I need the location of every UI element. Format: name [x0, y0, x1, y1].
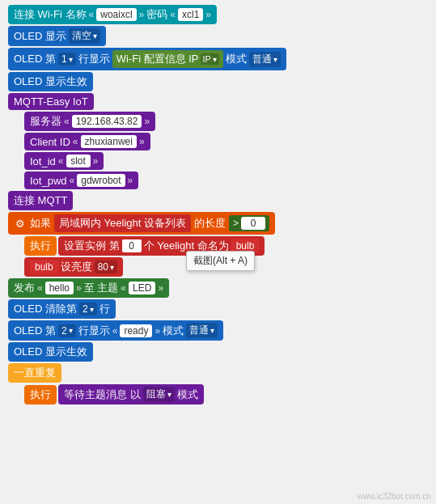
mqtt-iotpwd-block[interactable]: Iot_pwd « gdwrobot » — [24, 172, 138, 189]
compare-block[interactable]: > 0 — [229, 215, 269, 231]
tooltip: 截图(Alt + A) — [186, 251, 255, 271]
compare-input[interactable]: 0 — [241, 217, 265, 230]
exec2-label: 执行 — [30, 388, 51, 402]
exec2-label-block: 执行 — [24, 385, 57, 404]
mqtt-iotid-label: Iot_id — [30, 155, 56, 167]
mqtt-iotpwd-input[interactable]: gdwrobot — [77, 174, 125, 187]
watermark: www.ic32bot.com.cn — [358, 492, 431, 501]
mqtt-server-label: 服务器 — [30, 114, 61, 129]
if-label: 如果 — [30, 216, 51, 231]
bulb-name-text: bulb — [236, 240, 255, 252]
brightness-dropdown[interactable]: 80 — [95, 260, 117, 273]
oled-clear2-unit: 行 — [99, 302, 110, 316]
mqtt-connect-block[interactable]: 连接 MQTT — [8, 191, 73, 210]
oled-clear-block[interactable]: OLED 显示 清空 — [8, 26, 106, 46]
oled-row2-mode-dropdown[interactable]: 普通 — [186, 323, 218, 338]
oled-row2-mode-label: 模式 — [163, 324, 184, 338]
wifi-block[interactable]: 连接 Wi-Fi 名称 « woaixcl » 密码 « xcl1 » — [8, 5, 217, 24]
bulb-ref-text: bulb — [35, 261, 53, 273]
wifi-pwd-label: 密码 — [146, 7, 167, 22]
mqtt-iotpwd-row: Iot_pwd « gdwrobot » — [24, 172, 431, 189]
if-block[interactable]: ⚙ 如果 局域网内 Yeelight 设备列表 的长度 > 0 — [8, 212, 275, 235]
mqtt-connect-label: 连接 MQTT — [14, 193, 67, 208]
oled-effect-block[interactable]: OLED 显示生效 — [8, 72, 93, 91]
oled-effect2-label: OLED 显示生效 — [14, 345, 87, 359]
yeelight-list-text: 局域网内 Yeelight 设备列表 — [59, 216, 186, 231]
mqtt-server-block[interactable]: 服务器 « 192.168.43.82 » — [24, 112, 155, 131]
mqtt-clientid-input[interactable]: zhuxianwei — [81, 135, 137, 148]
oled-clear-dropdown[interactable]: 清空 — [69, 28, 100, 44]
mqtt-iotid-block[interactable]: Iot_id « slot » — [24, 152, 104, 170]
mqtt-clientid-label: Client ID — [30, 136, 70, 148]
wait-mode-dropdown[interactable]: 阻塞 — [143, 387, 175, 402]
mqtt-clientid-row: Client ID « zhuxianwei » — [24, 133, 431, 150]
wifi-pwd-input[interactable]: xcl1 — [178, 8, 203, 21]
tooltip-text: 截图(Alt + A) — [193, 255, 248, 266]
exec2-row: 执行 等待主题消息 以 阻塞 模式 — [24, 384, 431, 404]
mqtt-header-row: MQTT-Easy IoT — [8, 93, 431, 110]
gt-symbol: > — [233, 218, 239, 229]
publish-msg-input[interactable]: hello — [45, 282, 74, 294]
oled-effect-label: OLED 显示生效 — [14, 74, 87, 89]
loop-label: 一直重复 — [14, 366, 56, 380]
exec-label: 执行 — [30, 239, 51, 253]
wait-block[interactable]: 等待主题消息 以 阻塞 模式 — [58, 384, 204, 404]
publish-block[interactable]: 发布 « hello » 至 主题 « LED » — [8, 278, 169, 298]
mqtt-iotid-input[interactable]: slot — [66, 155, 91, 167]
oled-clear2-label: OLED 清除第 — [14, 302, 77, 316]
oled-clear2-num-dropdown[interactable]: 2 — [79, 303, 97, 316]
brightness-block[interactable]: bulb 设亮度 80 — [24, 257, 123, 277]
oled-row2-row: OLED 第 2 行显示 « ready » 模式 普通 — [8, 320, 431, 341]
brightness-label: 设亮度 — [61, 260, 92, 274]
oled-row1-num-dropdown[interactable]: 1 — [58, 53, 76, 66]
exec-label-block: 执行 — [24, 236, 57, 256]
wait-label: 等待主题消息 以 — [64, 388, 141, 402]
mqtt-server-input[interactable]: 192.168.43.82 — [72, 115, 142, 128]
oled-row1-mode-dropdown[interactable]: 普通 — [249, 52, 281, 67]
wifi-block-row: 连接 Wi-Fi 名称 « woaixcl » 密码 « xcl1 » — [8, 5, 431, 24]
wait-mode-label: 模式 — [177, 388, 198, 402]
setup-num-input[interactable]: 0 — [122, 239, 142, 252]
oled-clear-label: OLED 显示 — [14, 29, 66, 44]
publish-topic-input[interactable]: LED — [129, 282, 155, 294]
mqtt-header-block[interactable]: MQTT-Easy IoT — [8, 93, 94, 110]
oled-clear2-block[interactable]: OLED 清除第 2 行 — [8, 299, 116, 319]
bulb-ref-block[interactable]: bulb — [30, 260, 58, 274]
mqtt-server-row: 服务器 « 192.168.43.82 » — [24, 112, 431, 131]
oled-row2-block[interactable]: OLED 第 2 行显示 « ready » 模式 普通 — [8, 320, 223, 341]
mqtt-label: MQTT-Easy IoT — [14, 95, 88, 108]
yeelight-list-block[interactable]: 局域网内 Yeelight 设备列表 — [54, 214, 191, 232]
publish-label: 发布 — [14, 281, 35, 295]
gear-icon: ⚙ — [14, 217, 27, 230]
brightness-row: bulb 设亮度 80 截图(Alt + A) — [24, 257, 431, 277]
wifi-label: 连接 Wi-Fi 名称 — [14, 7, 87, 22]
oled-row1-row: OLED 第 1 行显示 Wi-Fi 配置信息 IP IP 模式 普通 — [8, 48, 431, 70]
oled-row1-block[interactable]: OLED 第 1 行显示 Wi-Fi 配置信息 IP IP 模式 普通 — [8, 48, 286, 70]
mqtt-connect-row: 连接 MQTT — [8, 191, 431, 210]
loop-block[interactable]: 一直重复 — [8, 363, 61, 383]
oled-row1-show: 行显示 — [78, 52, 110, 66]
oled-clear2-row: OLED 清除第 2 行 — [8, 299, 431, 319]
ready-input[interactable]: ready — [120, 324, 152, 337]
oled-content-text: Wi-Fi 配置信息 IP — [116, 52, 199, 66]
oled-content-block: Wi-Fi 配置信息 IP IP — [112, 50, 223, 68]
oled-row2-show: 行显示 — [78, 324, 110, 338]
publish-to-label: 至 主题 — [84, 281, 119, 295]
oled-clear-row: OLED 显示 清空 — [8, 26, 431, 46]
publish-row: 发布 « hello » 至 主题 « LED » — [8, 278, 431, 298]
oled-effect2-block[interactable]: OLED 显示生效 — [8, 342, 93, 362]
oled-effect2-row: OLED 显示生效 — [8, 342, 431, 362]
setup-label: 设置实例 第 — [64, 239, 120, 253]
mqtt-iotid-row: Iot_id « slot » — [24, 152, 431, 170]
oled-row1-label: OLED 第 — [14, 52, 56, 66]
oled-row2-num-dropdown[interactable]: 2 — [58, 324, 76, 337]
workspace: 连接 Wi-Fi 名称 « woaixcl » 密码 « xcl1 » OLED… — [0, 0, 436, 504]
wifi-ssid-input[interactable]: woaixcl — [96, 8, 136, 21]
if-block-row: ⚙ 如果 局域网内 Yeelight 设备列表 的长度 > 0 — [8, 212, 431, 235]
oled-ip-dropdown[interactable]: IP — [201, 53, 219, 65]
oled-row2-label: OLED 第 — [14, 324, 56, 338]
mqtt-clientid-block[interactable]: Client ID « zhuxianwei » — [24, 133, 150, 150]
oled-effect-row: OLED 显示生效 — [8, 72, 431, 91]
loop-row: 一直重复 — [8, 363, 431, 383]
mqtt-iotpwd-label: Iot_pwd — [30, 175, 67, 187]
